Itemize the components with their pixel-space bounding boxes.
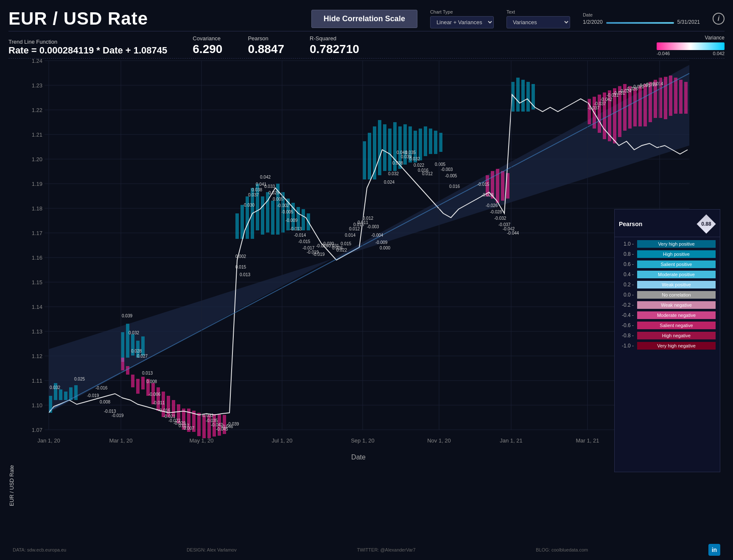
covariance-label: Covariance <box>193 35 222 42</box>
svg-rect-80 <box>419 129 422 160</box>
svg-rect-70 <box>368 133 371 179</box>
svg-rect-84 <box>439 133 442 152</box>
chart-type-control: Chart Type Linear + Variances <box>430 9 494 28</box>
chart-type-select[interactable]: Linear + Variances <box>430 16 494 28</box>
svg-rect-45 <box>59 389 62 400</box>
text-select[interactable]: Variances <box>506 16 570 28</box>
date-range-control: Date 1/2/2020 5/31/2021 <box>583 12 700 25</box>
pearson-label: Pearson <box>248 35 284 42</box>
svg-rect-81 <box>424 126 427 156</box>
date-end: 5/31/2021 <box>677 19 700 25</box>
date-slider[interactable] <box>606 22 674 24</box>
svg-rect-50 <box>126 324 129 358</box>
svg-text:0.028: 0.028 <box>131 349 142 353</box>
corr-row-1: 1.0 - Very high positive <box>615 239 720 249</box>
svg-text:1.10: 1.10 <box>32 402 42 409</box>
linkedin-icon[interactable]: in <box>708 544 720 556</box>
svg-rect-106 <box>202 415 206 438</box>
corr-row-8: -0.4 - Moderate negative <box>615 310 720 320</box>
svg-rect-135 <box>684 82 688 114</box>
svg-text:0.025: 0.025 <box>74 377 85 381</box>
svg-text:-0.037: -0.037 <box>594 101 606 106</box>
hide-correlation-button[interactable]: Hide Correlation Scale <box>311 10 417 28</box>
variance-gradient <box>657 42 725 50</box>
svg-text:1.13: 1.13 <box>32 328 42 335</box>
chart-type-label: Chart Type <box>430 9 453 14</box>
svg-text:0.022: 0.022 <box>336 248 347 252</box>
svg-rect-83 <box>434 131 437 154</box>
svg-text:0.016: 0.016 <box>449 184 460 189</box>
svg-text:-0.011: -0.011 <box>153 400 165 405</box>
main-container: EUR / USD Rate Hide Correlation Scale Ch… <box>0 0 733 560</box>
svg-rect-55 <box>241 205 244 239</box>
svg-text:0.037: 0.037 <box>248 193 259 197</box>
corr-row-4: 0.4 - Moderate positive <box>615 269 720 280</box>
svg-text:0.032: 0.032 <box>50 385 60 390</box>
x-axis-label: Date <box>351 454 366 461</box>
corr-row-3: 0.6 - Salient positive <box>615 259 720 269</box>
corr-row-5: 0.2 - Weak positive <box>615 280 720 290</box>
pearson-value: 0.8847 <box>248 42 284 56</box>
svg-text:0.002: 0.002 <box>235 254 246 259</box>
svg-text:Jul 1, 20: Jul 1, 20 <box>271 437 292 444</box>
svg-text:-0.015: -0.015 <box>298 239 311 244</box>
date-start: 1/2/2020 <box>583 19 603 25</box>
svg-text:-0.026: -0.026 <box>486 203 498 208</box>
svg-text:0.042: 0.042 <box>260 175 271 179</box>
stats-row: Trend Line Function Rate = 0.000284119 *… <box>8 31 725 59</box>
svg-text:1.18: 1.18 <box>32 205 42 212</box>
info-button[interactable]: i <box>713 13 725 25</box>
svg-rect-97 <box>157 387 160 411</box>
svg-text:-0.019: -0.019 <box>112 413 124 418</box>
design-credit: DESIGN: Alex Varlamov <box>187 547 237 552</box>
main-chart-svg: 1.24 1.23 1.22 1.21 1.20 1.19 1.18 1.17 … <box>19 61 698 485</box>
svg-rect-134 <box>679 80 683 114</box>
x-axis-ticks: Jan 1, 20 Mar 1, 20 May 1, 20 Jul 1, 20 … <box>37 437 671 444</box>
data-credit: DATA: sdw.ecb.europa.eu <box>13 547 66 552</box>
svg-text:1.21: 1.21 <box>32 132 42 138</box>
svg-text:0.014: 0.014 <box>345 233 355 238</box>
svg-text:1.24: 1.24 <box>32 58 42 64</box>
svg-text:1.19: 1.19 <box>32 181 42 187</box>
variance-max: 0.042 <box>713 51 725 56</box>
svg-text:0.039: 0.039 <box>122 314 132 318</box>
svg-text:0.024: 0.024 <box>384 180 394 185</box>
svg-text:-0.019: -0.019 <box>313 252 325 257</box>
svg-rect-91 <box>126 366 129 375</box>
twitter-credit: TWITTER: @AlexanderVar7 <box>357 547 415 552</box>
svg-text:0.005: 0.005 <box>435 162 445 167</box>
svg-text:May 1, 20: May 1, 20 <box>189 437 213 444</box>
svg-text:-0.002: -0.002 <box>277 203 289 208</box>
svg-text:Mar 1, 20: Mar 1, 20 <box>109 437 133 444</box>
pearson-group: Pearson 0.8847 <box>248 35 284 56</box>
corr-row-11: -1.0 - Very high negative <box>615 341 720 351</box>
svg-rect-82 <box>429 129 432 154</box>
svg-text:-0.014: -0.014 <box>651 81 663 86</box>
date-label: Date <box>583 12 593 17</box>
svg-text:0.030: 0.030 <box>244 203 255 207</box>
svg-text:0.012: 0.012 <box>363 216 373 221</box>
correlation-title: Pearson <box>619 221 642 227</box>
trend-group: Trend Line Function Rate = 0.000284119 *… <box>8 39 167 56</box>
svg-rect-74 <box>388 129 392 171</box>
svg-text:-0.009: -0.009 <box>375 240 388 245</box>
svg-rect-131 <box>664 77 667 119</box>
svg-text:0.015: 0.015 <box>235 265 246 269</box>
svg-text:-0.044: -0.044 <box>507 231 519 235</box>
svg-rect-105 <box>197 413 201 436</box>
svg-text:-0.004: -0.004 <box>371 233 383 238</box>
blog-credit: BLOG: coolbluedata.com <box>536 547 588 552</box>
variance-title: Variance <box>705 35 725 41</box>
variance-labels: -0.046 0.042 <box>657 51 725 56</box>
svg-text:-0.039: -0.039 <box>227 422 239 426</box>
svg-text:0.038: 0.038 <box>252 188 262 192</box>
svg-text:-0.013: -0.013 <box>290 227 302 231</box>
y-axis-label: EUR / USD Rate <box>8 61 15 506</box>
svg-text:Jan 1, 20: Jan 1, 20 <box>37 437 60 444</box>
svg-text:-0.016: -0.016 <box>95 386 108 390</box>
svg-text:1.16: 1.16 <box>32 255 42 261</box>
svg-text:Mar 1, 21: Mar 1, 21 <box>576 437 599 444</box>
svg-text:0.012: 0.012 <box>349 227 360 231</box>
svg-text:-0.019: -0.019 <box>87 393 99 398</box>
svg-text:0.027: 0.027 <box>137 354 148 358</box>
